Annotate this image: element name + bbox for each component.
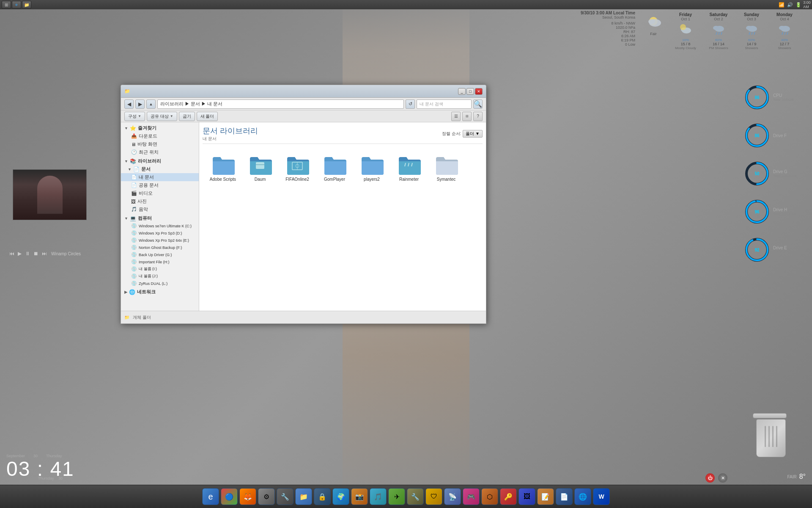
organize-button[interactable]: 구성 ▼ bbox=[124, 112, 145, 121]
dock-item-firefox[interactable]: 🦊 bbox=[239, 488, 256, 505]
folder-item-adobe-scripts[interactable]: Adobe Scripts bbox=[206, 151, 240, 183]
folder-item-daum[interactable]: Daum bbox=[243, 151, 277, 183]
start-button[interactable]: ⊞ bbox=[2, 1, 11, 8]
folder-item-players2[interactable]: players2 bbox=[355, 151, 389, 183]
folder-item-symantec[interactable]: Symantec bbox=[429, 151, 463, 183]
share-button[interactable]: 공유 대상 ▼ bbox=[147, 112, 177, 121]
tray-network-icon[interactable]: 📶 bbox=[778, 1, 785, 8]
media-next-button[interactable]: ⏭ bbox=[41, 250, 48, 257]
search-button[interactable]: 🔍 bbox=[473, 99, 483, 109]
monday-icon bbox=[777, 22, 792, 37]
view-details-button[interactable]: ⊟ bbox=[462, 112, 472, 121]
drive-f-item[interactable]: 💿 Norton Ghost Backup (F:) bbox=[121, 244, 199, 251]
power-button[interactable]: ⏻ bbox=[705, 473, 715, 483]
explorer-taskbar-button[interactable]: 📁 bbox=[22, 1, 31, 8]
dock-item-tool1[interactable]: 🔒 bbox=[314, 488, 331, 505]
recent-label: 최근 위치 bbox=[139, 149, 159, 155]
dock-item-photo[interactable]: 📸 bbox=[351, 488, 368, 505]
window-close-button[interactable]: ✕ bbox=[475, 88, 483, 95]
sidebar-item-my-docs[interactable]: 📄 내 문서 bbox=[121, 173, 199, 181]
favorites-header[interactable]: ▼ ⭐ 즐겨찾기 bbox=[121, 124, 199, 132]
drive-e-item[interactable]: 💿 Windows Xp Pro Sp2 64x (E:) bbox=[121, 237, 199, 244]
folder-item-rainmeter[interactable]: Rainmeter bbox=[392, 151, 426, 183]
sidebar-item-desktop[interactable]: 🖥 바탕 화면 bbox=[121, 140, 199, 148]
dock-item-doc[interactable]: 📄 bbox=[556, 488, 573, 505]
sort-button[interactable]: 폴더 ▼ bbox=[463, 130, 483, 138]
drive-i-item[interactable]: 💿 내 볼륨 (I:) bbox=[121, 265, 199, 273]
drive-l-item[interactable]: 💿 ZyRus DUAL (L:) bbox=[121, 280, 199, 287]
dock-item-folder1[interactable]: 📁 bbox=[295, 488, 312, 505]
media-stop-button[interactable]: ⏹ bbox=[33, 250, 39, 257]
svg-point-5 bbox=[680, 24, 686, 30]
dock-item-ie[interactable]: e bbox=[202, 488, 219, 505]
drive-c-item[interactable]: 💿 Windows se7en Ultimate K (C:) bbox=[121, 222, 199, 229]
dock-item-settings1[interactable]: ⚙ bbox=[258, 488, 275, 505]
forward-button[interactable]: ▶ bbox=[135, 99, 145, 109]
network-icon: 🌐 bbox=[129, 289, 135, 295]
view-list-button[interactable]: ☰ bbox=[451, 112, 461, 121]
media-pause-button[interactable]: ⏸ bbox=[24, 250, 31, 257]
dock-item-util1[interactable]: ✈ bbox=[388, 488, 405, 505]
computer-header[interactable]: ▼ 💻 컴퓨터 bbox=[121, 214, 199, 222]
drive-e-monitor: 92 Drive E 112 GB bbox=[744, 237, 812, 262]
dock-item-word[interactable]: W bbox=[593, 488, 610, 505]
back-button[interactable]: ◀ bbox=[124, 99, 134, 109]
sidebar-item-recent[interactable]: 🕐 최근 위치 bbox=[121, 148, 199, 156]
trash-icon[interactable] bbox=[755, 413, 787, 457]
network-header[interactable]: ▶ 🌐 네트워크 bbox=[121, 288, 199, 296]
up-button[interactable]: ▲ bbox=[146, 99, 156, 109]
ie-taskbar-button[interactable]: e bbox=[12, 1, 21, 8]
dock-item-image[interactable]: 🖼 bbox=[518, 488, 535, 505]
drive-d-item[interactable]: 💿 Windows Xp Pro Sp3 (D:) bbox=[121, 229, 199, 237]
dock-item-browser[interactable]: 🌐 bbox=[574, 488, 591, 505]
sidebar-item-music[interactable]: 🎵 음악 bbox=[121, 205, 199, 213]
libraries-header[interactable]: ▼ 📚 라이브러리 bbox=[121, 157, 199, 165]
sidebar-item-pictures[interactable]: 🖼 사진 bbox=[121, 197, 199, 205]
dock-item-editor[interactable]: 📝 bbox=[537, 488, 554, 505]
folder-item-fifaonline2[interactable]: FIFAOnline2 bbox=[280, 151, 314, 183]
dock-item-web[interactable]: 🌍 bbox=[332, 488, 349, 505]
dock-item-settings2[interactable]: 🔧 bbox=[277, 488, 294, 505]
media-prev-button[interactable]: ⏮ bbox=[8, 250, 15, 257]
monday-condition: Showers bbox=[778, 46, 791, 50]
tray-volume-icon[interactable]: 🔊 bbox=[787, 1, 793, 8]
sidebar-item-public-docs[interactable]: 📄 공용 문서 bbox=[121, 181, 199, 189]
trash-lid bbox=[753, 413, 787, 418]
dock-item-key[interactable]: 🔑 bbox=[500, 488, 517, 505]
media-title: Winamp Circles bbox=[51, 251, 81, 256]
drive-e-free: 112 GB bbox=[773, 250, 787, 254]
search-box[interactable]: 내 문서 검색 bbox=[417, 99, 472, 109]
svg-line-19 bbox=[785, 32, 785, 35]
dock-item-hex[interactable]: ⬡ bbox=[481, 488, 498, 505]
window-statusbar: 📁 개체 폴더 bbox=[121, 311, 486, 323]
dock-item-game[interactable]: 🎮 bbox=[463, 488, 480, 505]
burn-button[interactable]: 굽기 bbox=[179, 112, 195, 121]
new-folder-button[interactable]: 새 폴더 bbox=[197, 112, 218, 121]
sidebar-item-video[interactable]: 🎬 비디오 bbox=[121, 189, 199, 197]
drive-g-item[interactable]: 💿 Back Up Driver (G:) bbox=[121, 251, 199, 258]
folder-item-gomplayerl[interactable]: GomPlayer bbox=[318, 151, 351, 183]
media-play-button[interactable]: ▶ bbox=[17, 250, 22, 257]
drive-f-label-area: Drive F bbox=[773, 133, 787, 138]
drive-h-item[interactable]: 💿 Important File (H:) bbox=[121, 258, 199, 265]
dock-item-chrome[interactable]: 🔵 bbox=[221, 488, 238, 505]
help-button[interactable]: ? bbox=[473, 112, 483, 121]
address-path[interactable]: 라이브러리 ▶ 문서 ▶ 내 문서 bbox=[157, 99, 404, 109]
drive-j-item[interactable]: 💿 내 볼륨 (J:) bbox=[121, 273, 199, 280]
lock-button[interactable]: ✕ bbox=[718, 473, 727, 483]
drive-e-label-area: Drive E 112 GB bbox=[773, 246, 787, 254]
svg-point-17 bbox=[779, 26, 785, 30]
window-maximize-button[interactable]: □ bbox=[466, 88, 474, 95]
tray-battery-icon[interactable]: 🔋 bbox=[795, 1, 802, 8]
friday-icon bbox=[678, 22, 693, 37]
sidebar-item-download[interactable]: 📥 다운로드 bbox=[121, 132, 199, 140]
dock-item-music[interactable]: 🎵 bbox=[370, 488, 387, 505]
computer-section: ▼ 💻 컴퓨터 💿 Windows se7en Ultimate K (C:) … bbox=[121, 214, 199, 287]
dock-item-shield[interactable]: 🛡 bbox=[425, 488, 442, 505]
status-folder-icon: 📁 bbox=[124, 315, 129, 320]
window-minimize-button[interactable]: _ bbox=[458, 88, 466, 95]
dock-item-network[interactable]: 📡 bbox=[444, 488, 461, 505]
documents-section-header[interactable]: ▼ 📄 문서 bbox=[121, 165, 199, 173]
refresh-button[interactable]: ↺ bbox=[406, 99, 415, 109]
dock-item-util2[interactable]: 🔧 bbox=[407, 488, 424, 505]
